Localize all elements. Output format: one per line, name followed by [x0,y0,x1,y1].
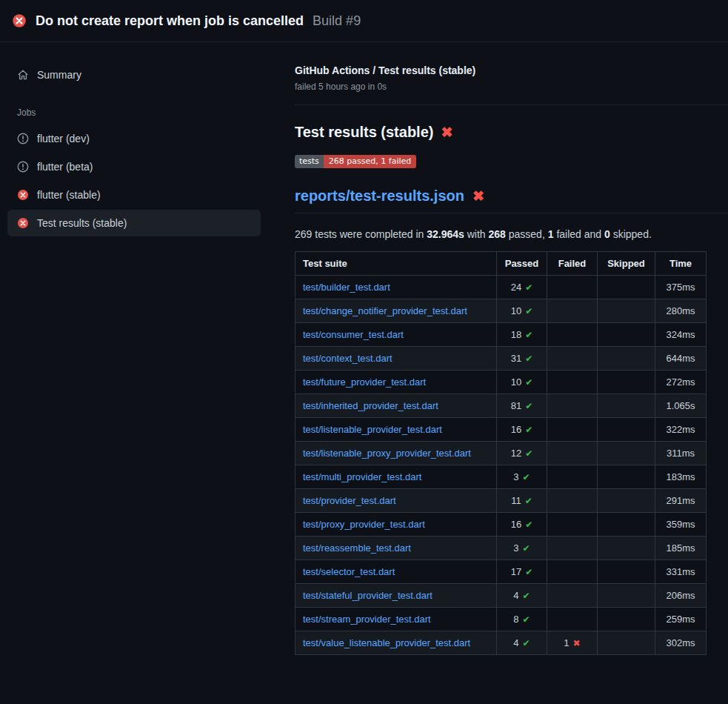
column-header-time: Time [655,252,707,276]
x-circle-fill-icon [12,13,27,28]
time-cell-value: 280ms [666,305,695,316]
check-icon: ✔ [525,282,532,293]
main-content: GitHub Actions / Test results (stable) f… [283,42,728,704]
check-icon: ✔ [525,401,532,411]
report-title-link[interactable]: reports/test-results.json [295,187,464,205]
passed-cell: 4✔ [497,584,547,608]
suite-cell: test/provider_test.dart [295,489,497,513]
test-suite-link[interactable]: test/future_provider_test.dart [303,376,426,388]
passed-cell-value: 8 [513,614,518,625]
column-header-test-suite: Test suite [295,252,497,276]
table-row: test/proxy_provider_test.dart16✔359ms [295,513,707,537]
suite-cell: test/selector_test.dart [295,560,497,584]
test-suite-link[interactable]: test/inherited_provider_test.dart [303,400,438,411]
table-row: test/provider_test.dart11✔291ms [295,489,707,513]
passed-cell-value: 10 [511,376,521,388]
time-cell-value: 324ms [666,329,695,340]
x-circle-fill-icon [17,217,29,229]
passed-cell-value: 24 [511,282,521,293]
suite-cell: test/stateful_provider_test.dart [295,584,497,608]
suite-cell: test/reassemble_test.dart [295,537,497,560]
section-title-row: Test results (stable) ✖ [295,124,728,141]
test-suite-link[interactable]: test/change_notifier_provider_test.dart [303,305,467,316]
passed-cell-value: 12 [511,448,521,459]
suite-cell: test/listenable_provider_test.dart [295,418,497,442]
suite-cell: test/stream_provider_test.dart [295,608,497,631]
test-suite-link[interactable]: test/stateful_provider_test.dart [303,590,433,601]
suite-cell: test/inherited_provider_test.dart [295,394,497,418]
skipped-cell [598,394,655,418]
sidebar: Summary Jobs flutter (dev) flut [0,42,283,704]
test-suite-link[interactable]: test/builder_test.dart [303,282,390,293]
summary-text: with [464,228,489,240]
table-row: test/listenable_provider_test.dart16✔322… [295,418,707,442]
time-cell: 644ms [655,347,707,371]
summary-line: 269 tests were completed in 32.964s with… [295,228,728,240]
run-meta: failed 5 hours ago in 0s [295,82,728,92]
skipped-cell [598,276,655,299]
passed-cell: 17✔ [497,560,547,584]
failed-cell [547,608,598,631]
summary-failed-count: 1 [548,228,554,240]
table-row: test/context_test.dart31✔644ms [295,347,707,371]
time-cell-value: 206ms [666,590,695,601]
check-icon: ✔ [525,306,532,316]
time-cell-value: 302ms [666,637,695,648]
failed-cell: 1✖ [547,631,598,655]
failed-cell [547,513,598,537]
skipped-cell [598,537,655,560]
passed-cell: 12✔ [497,442,547,465]
test-results-table: Test suite Passed Failed Skipped Time te… [295,251,707,655]
test-suite-link[interactable]: test/proxy_provider_test.dart [303,519,425,530]
skipped-cell [598,584,655,608]
test-suite-link[interactable]: test/stream_provider_test.dart [303,614,431,625]
failed-cell-value: 1 [564,637,569,648]
test-suite-link[interactable]: test/consumer_test.dart [303,329,404,340]
time-cell: 322ms [655,418,707,442]
jobs-heading: Jobs [7,90,261,125]
time-cell: 280ms [655,299,707,323]
skipped-cell [598,347,655,371]
suite-cell: test/context_test.dart [295,347,497,371]
test-suite-link[interactable]: test/reassemble_test.dart [303,542,411,554]
sidebar-item-flutter-dev[interactable]: flutter (dev) [7,125,261,152]
sidebar-item-label: Test results (stable) [37,217,127,229]
passed-cell: 16✔ [497,513,547,537]
tests-badge: tests 268 passed, 1 failed [295,155,416,168]
check-icon: ✔ [525,330,532,340]
test-suite-link[interactable]: test/multi_provider_test.dart [303,471,421,482]
test-suite-link[interactable]: test/provider_test.dart [303,495,396,506]
test-suite-link[interactable]: test/listenable_proxy_provider_test.dart [303,448,471,459]
sidebar-item-flutter-beta[interactable]: flutter (beta) [7,153,261,180]
test-suite-link[interactable]: test/value_listenable_provider_test.dart [303,637,470,648]
time-cell-value: 185ms [666,542,695,554]
column-header-skipped: Skipped [598,252,655,276]
table-row: test/stream_provider_test.dart8✔259ms [295,608,707,631]
suite-cell: test/consumer_test.dart [295,323,497,347]
passed-cell-value: 31 [511,353,521,364]
exclamation-circle-icon [17,161,29,173]
test-suite-link[interactable]: test/selector_test.dart [303,566,395,577]
test-suite-link[interactable]: test/listenable_provider_test.dart [303,424,442,435]
cross-icon: ✖ [573,638,581,648]
passed-cell: 3✔ [497,465,547,489]
summary-text: passed, [506,228,548,240]
test-suite-link[interactable]: test/context_test.dart [303,353,393,364]
passed-cell-value: 10 [511,305,521,316]
check-icon: ✔ [523,614,530,625]
skipped-cell [598,608,655,631]
sidebar-item-flutter-stable[interactable]: flutter (stable) [7,182,261,208]
table-row: test/change_notifier_provider_test.dart1… [295,299,707,323]
passed-cell-value: 3 [513,542,518,554]
sidebar-item-test-results-stable[interactable]: Test results (stable) [7,210,261,236]
passed-cell: 18✔ [497,323,547,347]
sidebar-item-summary[interactable]: Summary [7,62,261,88]
time-cell-value: 375ms [666,282,695,293]
summary-passed-count: 268 [489,228,506,240]
time-cell: 183ms [655,465,707,489]
skipped-cell [598,371,655,394]
suite-cell: test/builder_test.dart [295,276,497,299]
failed-cross-icon: ✖ [441,125,453,139]
time-cell: 359ms [655,513,707,537]
passed-cell: 10✔ [497,371,547,394]
